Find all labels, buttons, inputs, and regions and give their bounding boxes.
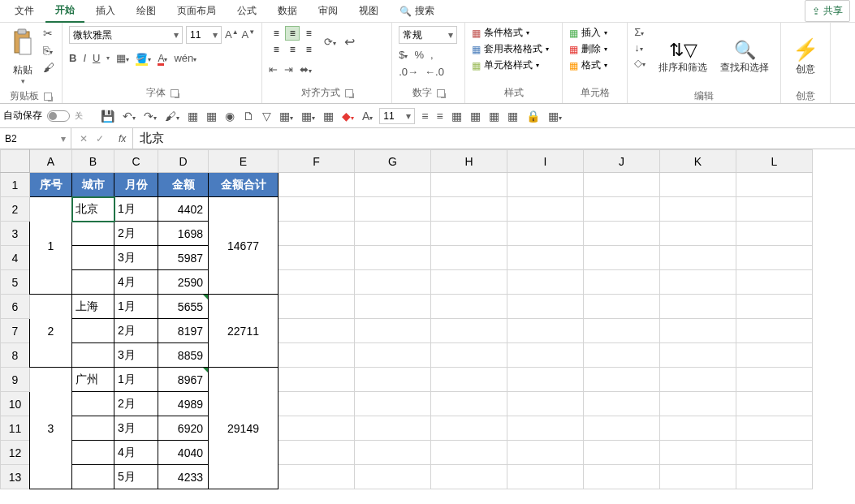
cell[interactable] bbox=[584, 270, 660, 295]
cell[interactable] bbox=[660, 465, 736, 489]
fill-button[interactable]: ↓▾ bbox=[634, 41, 646, 54]
comma-button[interactable]: , bbox=[430, 49, 434, 61]
cell[interactable] bbox=[660, 441, 736, 465]
cell[interactable] bbox=[507, 295, 584, 319]
cell[interactable] bbox=[584, 441, 660, 465]
cell[interactable]: 2月 bbox=[114, 319, 158, 343]
autosum-button[interactable]: Σ▾ bbox=[634, 26, 646, 38]
conditional-format-button[interactable]: ▦条件格式▾ bbox=[472, 26, 529, 40]
cell[interactable] bbox=[507, 392, 584, 416]
qat-button[interactable]: ▦ bbox=[450, 108, 464, 124]
cell[interactable] bbox=[355, 465, 431, 489]
cell[interactable] bbox=[279, 319, 355, 343]
fx-button[interactable]: fx bbox=[112, 128, 133, 149]
percent-button[interactable]: % bbox=[414, 49, 424, 61]
tab-draw[interactable]: 绘图 bbox=[127, 0, 166, 22]
cell[interactable] bbox=[660, 222, 736, 246]
row-header[interactable]: 4 bbox=[1, 246, 30, 270]
spreadsheet-grid[interactable]: ABCDEFGHIJKL1序号城市月份金额金额合计21北京1月440214677… bbox=[0, 149, 855, 504]
cell[interactable] bbox=[431, 392, 507, 416]
qat-button[interactable]: ≡ bbox=[420, 108, 430, 124]
row-header[interactable]: 1 bbox=[1, 173, 30, 197]
qat-button[interactable]: ▽ bbox=[261, 108, 273, 124]
cell[interactable] bbox=[279, 392, 355, 416]
phonetic-button[interactable]: wén▾ bbox=[174, 52, 196, 64]
font-color-button[interactable]: A▾ bbox=[158, 52, 167, 64]
cell[interactable] bbox=[736, 465, 813, 489]
qat-button[interactable]: ▦▾ bbox=[546, 108, 564, 124]
dialog-launcher-icon[interactable] bbox=[345, 89, 353, 97]
select-all-corner[interactable] bbox=[1, 150, 30, 173]
cell[interactable] bbox=[279, 222, 355, 246]
column-header[interactable]: B bbox=[72, 150, 114, 173]
cell[interactable] bbox=[279, 173, 355, 197]
cell[interactable] bbox=[507, 270, 584, 295]
cell[interactable]: 5月 bbox=[114, 465, 158, 489]
cell[interactable] bbox=[279, 270, 355, 295]
row-header[interactable]: 12 bbox=[1, 441, 30, 465]
cell[interactable] bbox=[279, 416, 355, 441]
dialog-launcher-icon[interactable] bbox=[171, 89, 179, 97]
cell[interactable] bbox=[355, 197, 431, 222]
qat-button[interactable]: ▦▾ bbox=[278, 108, 295, 124]
cell[interactable]: 4402 bbox=[158, 197, 209, 222]
cell[interactable]: 5655 bbox=[158, 295, 209, 319]
idea-button[interactable]: ⚡ 创意 bbox=[788, 26, 823, 88]
increase-decimal-button[interactable]: .0→ bbox=[399, 66, 418, 78]
cell[interactable]: 2590 bbox=[158, 270, 209, 295]
row-header[interactable]: 6 bbox=[1, 295, 30, 319]
cell[interactable] bbox=[736, 246, 813, 270]
row-header[interactable]: 3 bbox=[1, 222, 30, 246]
cell[interactable]: 上海 bbox=[72, 295, 114, 319]
cell[interactable]: 1698 bbox=[158, 222, 209, 246]
decrease-indent-button[interactable]: ⇤ bbox=[269, 63, 278, 75]
cell[interactable] bbox=[584, 392, 660, 416]
decrease-decimal-button[interactable]: ←.0 bbox=[425, 66, 444, 78]
cell[interactable] bbox=[660, 173, 736, 197]
cell[interactable]: 金额 bbox=[158, 173, 209, 197]
cell[interactable] bbox=[507, 319, 584, 343]
cell[interactable]: 序号 bbox=[30, 173, 72, 197]
dialog-launcher-icon[interactable] bbox=[44, 93, 52, 101]
paste-button[interactable]: 粘贴 ▾ bbox=[6, 26, 39, 88]
cell[interactable] bbox=[431, 246, 507, 270]
cell[interactable] bbox=[584, 465, 660, 489]
cell[interactable] bbox=[507, 173, 584, 197]
insert-cell-button[interactable]: ▦插入▾ bbox=[569, 26, 607, 40]
undo-button[interactable]: ↶▾ bbox=[121, 108, 137, 124]
cell[interactable] bbox=[355, 319, 431, 343]
cell[interactable]: 8967 bbox=[158, 368, 209, 392]
enter-icon[interactable]: ✓ bbox=[96, 133, 104, 144]
cell[interactable] bbox=[660, 416, 736, 441]
column-header[interactable]: L bbox=[736, 150, 813, 173]
column-header[interactable]: C bbox=[114, 150, 158, 173]
cell[interactable] bbox=[584, 173, 660, 197]
font-size-combo[interactable]: 11▾ bbox=[186, 26, 222, 44]
column-header[interactable]: J bbox=[584, 150, 660, 173]
cell[interactable]: 广州 bbox=[72, 368, 114, 392]
cancel-icon[interactable]: ✕ bbox=[80, 133, 88, 144]
cell[interactable]: 1月 bbox=[114, 197, 158, 222]
cell[interactable]: 6920 bbox=[158, 416, 209, 441]
wrap-text-button[interactable]: ↩ bbox=[344, 34, 355, 50]
cell[interactable] bbox=[736, 343, 813, 368]
cell[interactable] bbox=[660, 392, 736, 416]
row-header[interactable]: 8 bbox=[1, 343, 30, 368]
cell[interactable] bbox=[584, 343, 660, 368]
cell[interactable]: 1月 bbox=[114, 295, 158, 319]
tab-insert[interactable]: 插入 bbox=[86, 0, 125, 22]
format-painter-button[interactable]: 🖌 bbox=[42, 60, 55, 75]
cell[interactable] bbox=[584, 368, 660, 392]
qat-button[interactable]: ▦ bbox=[322, 108, 335, 124]
cell[interactable]: 29149 bbox=[209, 368, 279, 489]
cell[interactable] bbox=[355, 295, 431, 319]
column-header[interactable]: H bbox=[431, 150, 507, 173]
border-button[interactable]: ▦▾ bbox=[116, 52, 129, 64]
qat-button[interactable]: ▦ bbox=[506, 108, 520, 124]
cell[interactable]: 北京 bbox=[72, 197, 114, 222]
cell[interactable] bbox=[736, 270, 813, 295]
align-bottom-left[interactable]: ≡ bbox=[269, 42, 283, 57]
align-top-center[interactable]: ≡ bbox=[285, 26, 300, 41]
cell[interactable]: 3月 bbox=[114, 343, 158, 368]
cell[interactable] bbox=[507, 416, 584, 441]
